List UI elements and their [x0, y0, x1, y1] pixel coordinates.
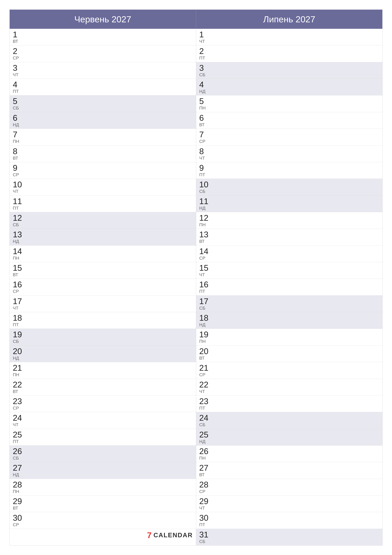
june-day-9: 9 СР [10, 162, 196, 179]
july-day-4: 4 НД [196, 79, 383, 95]
july-day-5: 5 ПН [196, 95, 383, 112]
june-day-27: 27 НД [10, 462, 196, 479]
july-day-14: 14 СР [196, 246, 383, 262]
june-day-7: 7 ПН [10, 129, 196, 145]
june-day-24: 24 ЧТ [10, 412, 196, 429]
days-container: 1 ВТ 2 СР 3 ЧТ 4 ПТ 5 СБ 6 НД 7 ПН 8 ВТ … [10, 29, 382, 545]
page: Червень 2027 Липень 2027 1 ВТ 2 СР 3 ЧТ … [0, 0, 392, 555]
july-day-2: 2 ПТ [196, 45, 383, 62]
july-column: 1 ЧТ 2 ПТ 3 СБ 4 НД 5 ПН 6 ВТ 7 СР 8 ЧТ … [196, 29, 383, 545]
june-title: Червень 2027 [74, 14, 131, 24]
july-day-6: 6 ВТ [196, 112, 383, 129]
july-day-10: 10 СБ [196, 179, 383, 195]
june-day-15: 15 ВТ [10, 262, 196, 279]
june-day-18: 18 ПТ [10, 312, 196, 329]
july-title: Липень 2027 [263, 14, 315, 24]
june-day-6: 6 НД [10, 112, 196, 129]
june-day-12: 12 СБ [10, 212, 196, 229]
july-day-11: 11 НД [196, 196, 383, 212]
june-day-1: 1 ВТ [10, 29, 196, 45]
july-day-20: 20 ВТ [196, 345, 383, 362]
june-day-21: 21 ПН [10, 362, 196, 379]
july-day-8: 8 ЧТ [196, 146, 383, 162]
july-day-12: 12 ПН [196, 212, 383, 229]
july-day-1: 1 ЧТ [196, 29, 383, 45]
june-day-23: 23 СР [10, 395, 196, 412]
june-day-11: 11 ПТ [10, 196, 196, 212]
june-day-20: 20 НД [10, 345, 196, 362]
logo-number-inline: 7 [147, 531, 152, 539]
calendar-container: Червень 2027 Липень 2027 1 ВТ 2 СР 3 ЧТ … [9, 9, 383, 546]
july-day-24: 24 СБ [196, 412, 383, 429]
june-day-8: 8 ВТ [10, 146, 196, 162]
june-day-25: 25 ПТ [10, 429, 196, 445]
july-day-18: 18 НД [196, 312, 383, 329]
logo-area-inline: 7 CALENDAR [147, 531, 193, 539]
july-header: Липень 2027 [196, 10, 383, 29]
june-day-19: 19 СБ [10, 329, 196, 345]
july-day-26: 26 ПН [196, 445, 383, 462]
june-day-4: 4 ПТ [10, 79, 196, 95]
june-day-26: 26 СБ [10, 445, 196, 462]
july-day-23: 23 ПТ [196, 395, 383, 412]
june-day-10: 10 ЧТ [10, 179, 196, 195]
july-day-7: 7 СР [196, 129, 383, 145]
july-day-3: 3 СБ [196, 62, 383, 79]
june-day-16: 16 СР [10, 279, 196, 295]
june-day-30: 30 СР [10, 512, 196, 529]
june-header: Червень 2027 [10, 10, 196, 29]
july-day-19: 19 ПН [196, 329, 383, 345]
june-day-14: 14 ПН [10, 246, 196, 262]
july-day-25: 25 НД [196, 429, 383, 445]
june-day-3: 3 ЧТ [10, 62, 196, 79]
july-day-15: 15 ЧТ [196, 262, 383, 279]
july-day-21: 21 СР [196, 362, 383, 379]
june-day-22: 22 ВТ [10, 379, 196, 395]
july-day-29: 29 ЧТ [196, 496, 383, 512]
logo-text-inline: CALENDAR [153, 532, 193, 539]
july-day-28: 28 СР [196, 479, 383, 496]
july-day-27: 27 ВТ [196, 462, 383, 479]
june-day-5: 5 СБ [10, 95, 196, 112]
july-day-31: 31 СБ [196, 529, 383, 545]
june-day-2: 2 СР [10, 45, 196, 62]
june-day-13: 13 НД [10, 229, 196, 245]
june-day-28: 28 ПН [10, 479, 196, 496]
july-day-9: 9 ПТ [196, 162, 383, 179]
june-column: 1 ВТ 2 СР 3 ЧТ 4 ПТ 5 СБ 6 НД 7 ПН 8 ВТ … [10, 29, 196, 545]
header-row: Червень 2027 Липень 2027 [10, 10, 382, 29]
july-day-22: 22 ЧТ [196, 379, 383, 395]
july-day-13: 13 ВТ [196, 229, 383, 245]
july-day-16: 16 ПТ [196, 279, 383, 295]
june-empty-31: 7 CALENDAR [10, 529, 196, 545]
july-day-30: 30 ПТ [196, 512, 383, 529]
june-day-29: 29 ВТ [10, 496, 196, 512]
july-day-17: 17 СБ [196, 296, 383, 312]
june-day-17: 17 ЧТ [10, 296, 196, 312]
